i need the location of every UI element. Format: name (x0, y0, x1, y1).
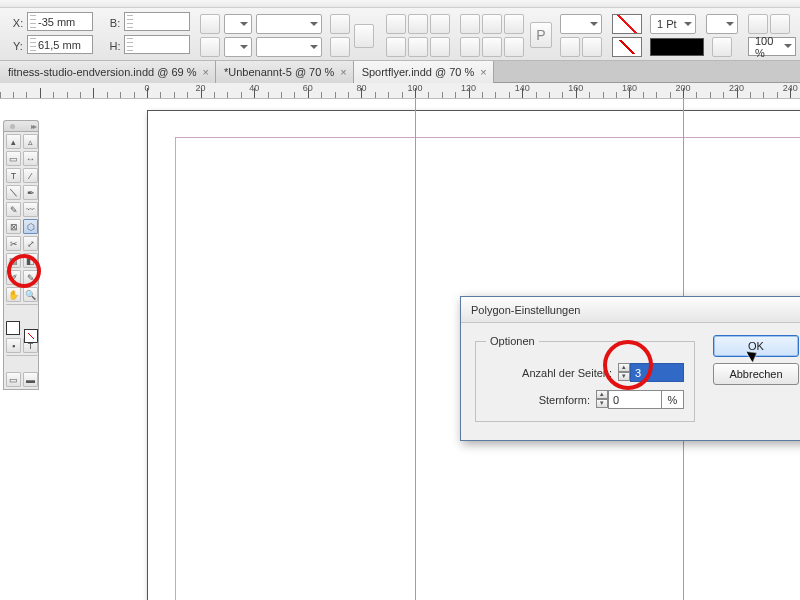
sides-step-up[interactable]: ▴ (618, 363, 630, 372)
tool-chip-3[interactable] (330, 14, 350, 34)
guide-vertical-1[interactable] (415, 99, 416, 600)
fill-stroke-icon[interactable] (6, 321, 38, 343)
tool-select-2[interactable] (224, 37, 252, 57)
tool-grid-4[interactable] (386, 37, 406, 57)
options-group: Optionen Anzahl der Seiten: ▴▾ Sternform… (475, 335, 695, 422)
sides-step-down[interactable]: ▾ (618, 372, 630, 381)
scissors-tool-icon[interactable]: ✂ (6, 236, 21, 251)
options-legend: Optionen (486, 335, 539, 347)
doc-tab-2[interactable]: *Unbenannt-5 @ 70 %× (216, 61, 354, 83)
tool-grid-3[interactable] (430, 14, 450, 34)
pencil-tool-icon[interactable]: ✎ (6, 202, 21, 217)
tool-select-4[interactable] (256, 37, 322, 57)
star-step-up[interactable]: ▴ (596, 390, 608, 399)
dialog-titlebar[interactable]: Polygon-Einstellungen (461, 297, 800, 323)
star-step-down[interactable]: ▾ (596, 399, 608, 408)
color-swatch-black[interactable] (650, 38, 704, 56)
stroke-misc-1[interactable] (560, 37, 580, 57)
close-icon[interactable]: × (340, 66, 346, 78)
x-label: X: (11, 12, 25, 33)
tool-select-1[interactable] (224, 14, 252, 34)
stroke-weight-value: 1 Pt (657, 18, 677, 30)
doc-tab-1-label: fitness-studio-endversion.indd @ 69 % (8, 66, 197, 78)
polygon-tool-icon[interactable]: ⬡ (23, 219, 38, 234)
cancel-button[interactable]: Abbrechen (713, 363, 799, 385)
stroke-endcap-select[interactable] (706, 14, 738, 34)
horizontal-ruler[interactable]: 020406080100120140160180200220240260 (0, 83, 800, 99)
doc-tab-3[interactable]: Sportflyer.indd @ 70 %× (354, 61, 494, 83)
w-field[interactable] (124, 12, 190, 31)
type-on-path-icon[interactable]: ⁄ (23, 168, 38, 183)
separator (6, 304, 38, 307)
tool-select-3[interactable] (256, 14, 322, 34)
gap-tool-icon[interactable]: ↔ (23, 151, 38, 166)
page-tool-icon[interactable]: ▭ (6, 151, 21, 166)
swatch-dropdown-icon[interactable] (712, 37, 732, 57)
gradient-swatch-tool-icon[interactable]: ▤ (6, 253, 21, 268)
corner-icon-1[interactable] (460, 14, 480, 34)
ok-button[interactable]: OK (713, 335, 799, 357)
eyedropper-tool-icon[interactable]: ✎ (23, 270, 38, 285)
tool-grid-6[interactable] (430, 37, 450, 57)
zoom-tool-icon[interactable]: 🔍 (23, 287, 38, 302)
stroke-swatch[interactable] (612, 37, 642, 57)
fx-icon[interactable] (748, 14, 768, 34)
screen-mode-preview-icon[interactable]: ▬ (23, 372, 38, 387)
y-field[interactable]: 61,5 mm (27, 35, 93, 54)
tool-grid-1[interactable] (386, 14, 406, 34)
tool-chip-2[interactable] (200, 37, 220, 57)
tool-chip-1[interactable] (200, 14, 220, 34)
tool-chip-4[interactable] (330, 37, 350, 57)
w-label: B: (108, 12, 122, 33)
y-label: Y: (11, 35, 25, 56)
polygon-settings-dialog: Polygon-Einstellungen Optionen Anzahl de… (460, 296, 800, 441)
gradient-feather-tool-icon[interactable]: ◧ (23, 253, 38, 268)
corner-icon-4[interactable] (460, 37, 480, 57)
sides-label: Anzahl der Seiten: (522, 367, 612, 379)
menubar (0, 0, 800, 8)
doc-tab-3-label: Sportflyer.indd @ 70 % (362, 66, 475, 78)
direct-selection-tool-icon[interactable]: ▵ (23, 134, 38, 149)
smooth-tool-icon[interactable]: 〰 (23, 202, 38, 217)
h-field[interactable] (124, 35, 190, 54)
corner-icon-3[interactable] (504, 14, 524, 34)
zoom-field[interactable]: 100 % (748, 37, 796, 56)
free-transform-tool-icon[interactable]: ⤢ (23, 236, 38, 251)
doc-tab-1[interactable]: fitness-studio-endversion.indd @ 69 %× (0, 61, 216, 83)
corner-icon-5[interactable] (482, 37, 502, 57)
note-tool-icon[interactable]: ✐ (6, 270, 21, 285)
sides-input[interactable] (630, 363, 684, 382)
star-label: Sternform: (539, 394, 590, 406)
percent-suffix: % (662, 390, 684, 409)
rectangle-frame-tool-icon[interactable]: ⊠ (6, 219, 21, 234)
h-label: H: (108, 35, 122, 56)
dialog-title: Polygon-Einstellungen (471, 304, 580, 316)
y-value: 61,5 mm (38, 39, 81, 51)
fill-swatch[interactable] (612, 14, 642, 34)
line-tool-icon[interactable]: ＼ (6, 185, 21, 200)
tool-grid-2[interactable] (408, 14, 428, 34)
stroke-misc-2[interactable] (582, 37, 602, 57)
tool-chip-5[interactable] (354, 24, 374, 48)
tool-panel: ▴ ▵ ▭ ↔ T ⁄ ＼ ✒ ✎ 〰 ⊠ ⬡ ✂ ⤢ ▤ ◧ ✐ ✎ ✋ 🔍 … (3, 131, 39, 390)
selection-tool-icon[interactable]: ▴ (6, 134, 21, 149)
hand-tool-icon[interactable]: ✋ (6, 287, 21, 302)
stroke-style-select[interactable] (560, 14, 602, 34)
doc-tab-2-label: *Unbenannt-5 @ 70 % (224, 66, 334, 78)
pen-tool-icon[interactable]: ✒ (23, 185, 38, 200)
x-field[interactable]: -35 mm (27, 12, 93, 31)
stroke-weight-field[interactable]: 1 Pt (650, 14, 696, 34)
separator (6, 355, 38, 358)
star-input[interactable] (608, 390, 662, 409)
corner-icon-2[interactable] (482, 14, 502, 34)
glyphs-icon[interactable]: P (530, 22, 552, 48)
tool-grid-5[interactable] (408, 37, 428, 57)
zoom-value: 100 % (755, 35, 781, 59)
close-icon[interactable]: × (480, 66, 486, 78)
close-icon[interactable]: × (203, 66, 209, 78)
opacity-icon[interactable] (770, 14, 790, 34)
corner-icon-6[interactable] (504, 37, 524, 57)
x-value: -35 mm (38, 16, 75, 28)
screen-mode-normal-icon[interactable]: ▭ (6, 372, 21, 387)
type-tool-icon[interactable]: T (6, 168, 21, 183)
